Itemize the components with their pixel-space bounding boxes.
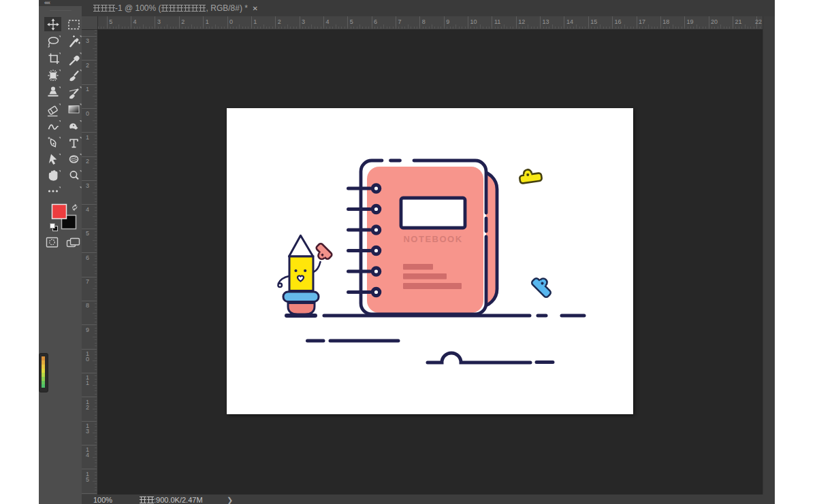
svg-text:NOTEBOOK: NOTEBOOK (403, 234, 462, 244)
